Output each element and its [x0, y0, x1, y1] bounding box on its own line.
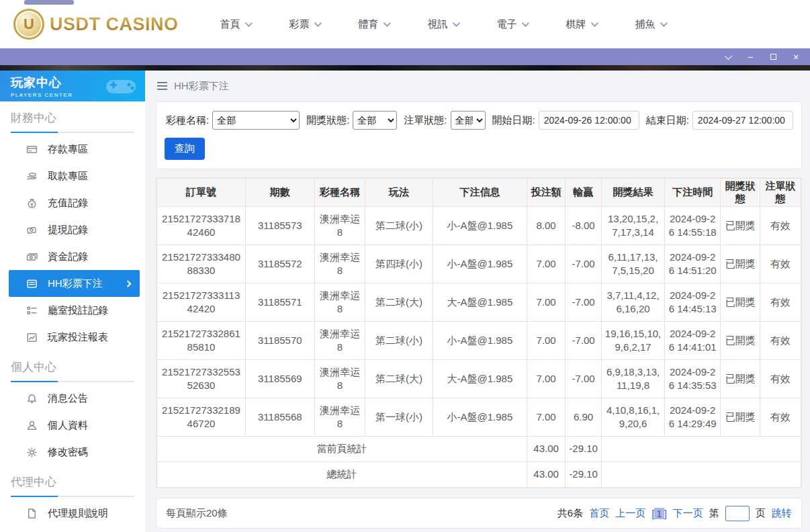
order-status-select[interactable]: 全部	[451, 111, 486, 130]
section-title: 個人中心	[11, 359, 134, 375]
sidebar-item-label: 消息公告	[48, 392, 88, 405]
close-icon[interactable]: ×	[791, 52, 801, 62]
sidebar-item-withdraw[interactable]: 取款專區	[9, 163, 140, 189]
table-cell: -7.00	[566, 283, 601, 322]
brand-name: USDT CASINO	[50, 14, 179, 35]
table-cell: 2024-09-26 14:51:20	[665, 245, 721, 283]
end-date-label: 結束日期:	[646, 114, 689, 127]
col-header-order-status: 注單狀態	[760, 179, 801, 207]
section-personal: 個人中心	[0, 351, 145, 382]
sidebar-item-label: 存款專區	[48, 143, 88, 156]
sidebar-item-recharge-record[interactable]: 充值記錄	[9, 189, 140, 216]
query-button[interactable]: 查詢	[165, 138, 205, 160]
finance-menu: 存款專區 取款專區 充值記錄 提現記錄 資金記錄	[0, 133, 145, 351]
minimize-icon[interactable]: −	[746, 52, 755, 62]
nav-label: 電子	[497, 18, 517, 31]
menu-icon[interactable]	[157, 82, 167, 90]
nav-item-sports[interactable]: 體育	[359, 18, 389, 31]
current-page: [1]	[651, 508, 667, 519]
sidebar-item-change-password[interactable]: 修改密碼	[9, 439, 140, 466]
document-icon	[26, 508, 38, 519]
table-header: 訂單號 期數 彩種名稱 玩法 下注信息 投注額 輸贏 開獎結果 下注時間 開獎狀…	[157, 179, 801, 207]
table-cell: 澳洲幸运8	[314, 360, 365, 398]
sidebar-item-player-bet-report[interactable]: 玩家投注報表	[9, 324, 140, 351]
summary-label: 當前頁統計	[157, 437, 527, 462]
prev-page-link[interactable]: 上一页	[615, 507, 645, 520]
table-cell: 2152172733218946720	[157, 398, 246, 437]
table-cell: 第二球(大)	[365, 283, 433, 322]
window-titlebar: − ×	[0, 48, 810, 65]
sidebar-item-agent-rules[interactable]: 代理規則說明	[9, 500, 140, 527]
recharge-record-icon	[26, 197, 38, 209]
browser-tab-stub	[24, 0, 74, 5]
nav-label: 捕魚	[635, 18, 656, 31]
page-jump-input[interactable]	[725, 506, 750, 521]
jump-suffix: 页	[756, 507, 766, 520]
withdrawal-record-icon	[26, 224, 38, 236]
sidebar-item-funds-record[interactable]: 資金記錄	[9, 243, 140, 270]
draw-status-select[interactable]: 全部	[353, 111, 397, 130]
pagination-bar: 每頁顯示20條 共6条 首页 上一页 [1] 下一页 第 页 跳转	[156, 498, 802, 529]
section-title: 代理中心	[11, 474, 134, 490]
chevron-down-icon	[590, 19, 598, 27]
table-cell: 6,9,18,3,13,11,19,8	[601, 360, 665, 398]
table-cell: 已開獎	[720, 398, 760, 437]
start-date-input[interactable]	[539, 111, 639, 130]
sidebar-item-hall-bet-record[interactable]: 廳室投註記錄	[9, 297, 140, 324]
table-cell: 2024-09-26 14:55:18	[665, 207, 721, 245]
table-cell: 有效	[760, 398, 801, 437]
col-header-period: 期數	[245, 179, 314, 207]
sidebar-item-withdrawal-record[interactable]: 提現記錄	[9, 216, 140, 243]
sidebar-item-hh-lottery-bet[interactable]: HH彩票下注	[9, 270, 140, 297]
brand[interactable]: U USDT CASINO	[13, 9, 179, 40]
table-row: 215217273337184246031185573澳洲幸运8第二球(小)小-…	[157, 207, 801, 245]
start-date-label: 開始日期:	[492, 114, 535, 127]
agent-menu: 代理規則說明	[0, 497, 145, 527]
nav-label: 首頁	[220, 18, 240, 31]
table-cell: 7.00	[527, 398, 565, 437]
table-cell: 31185569	[245, 360, 314, 398]
draw-status-label: 開獎狀態:	[306, 114, 349, 127]
table-cell: 已開獎	[720, 245, 760, 283]
lottery-name-select[interactable]: 全部	[212, 111, 300, 130]
sidebar-item-deposit[interactable]: 存款專區	[9, 136, 140, 163]
table-cell: 第一球(小)	[365, 398, 433, 437]
table-cell: 2152172733371842460	[157, 207, 246, 245]
players-center-banner: 玩家中心 PLAYERS CENTER	[0, 71, 145, 101]
section-finance: 財務中心	[0, 101, 145, 133]
summary-empty	[601, 437, 801, 462]
chevron-down-icon	[383, 19, 390, 27]
collapse-icon[interactable]	[723, 52, 732, 62]
first-page-link[interactable]: 首页	[589, 507, 609, 520]
chevron-down-icon	[660, 19, 667, 27]
nav-item-home[interactable]: 首頁	[220, 18, 251, 31]
table-cell: 已開獎	[720, 283, 760, 322]
summary-winloss: -29.10	[566, 462, 601, 488]
nav-item-fishing[interactable]: 捕魚	[635, 18, 666, 31]
sidebar-item-label: 充值記錄	[48, 197, 88, 210]
table-cell: 4,10,8,16,1,9,20,6	[601, 398, 665, 437]
jump-link[interactable]: 跳转	[772, 507, 792, 520]
table-cell: 澳洲幸运8	[314, 322, 365, 360]
table-cell: 2024-09-26 14:45:13	[665, 283, 721, 322]
sidebar-subtitle: PLAYERS CENTER	[11, 92, 73, 98]
table-cell: 6.90	[566, 398, 601, 437]
nav-item-electronic[interactable]: 電子	[497, 18, 527, 31]
sidebar-item-announcements[interactable]: 消息公告	[9, 385, 140, 412]
table-cell: 7.00	[527, 360, 565, 398]
col-header-play: 玩法	[365, 179, 433, 207]
end-date-input[interactable]	[692, 111, 793, 130]
nav-item-video[interactable]: 視訊	[428, 18, 458, 31]
sidebar-item-profile[interactable]: 個人資料	[9, 412, 140, 439]
col-header-draw-status: 開獎狀態	[720, 179, 760, 207]
table-cell: -7.00	[566, 360, 601, 398]
table-cell: 2152172733311342420	[157, 283, 246, 322]
hall-record-icon	[26, 305, 38, 316]
page-size-label: 每頁顯示20條	[166, 507, 228, 520]
maximize-icon[interactable]	[768, 52, 778, 62]
nav-item-lottery[interactable]: 彩票	[289, 18, 320, 31]
table-cell: 19,16,15,10,9,6,2,17	[601, 322, 665, 360]
next-page-link[interactable]: 下一页	[673, 507, 703, 520]
nav-item-chess[interactable]: 棋牌	[566, 18, 596, 31]
table-cell: 2152172733255352630	[157, 360, 246, 398]
